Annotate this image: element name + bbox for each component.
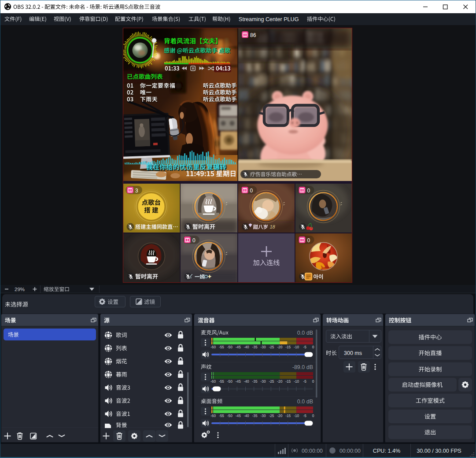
- svg-text:86: 86: [250, 32, 256, 38]
- svg-text:300 ms: 300 ms: [344, 350, 362, 356]
- svg-text:-55: -55: [219, 345, 224, 349]
- svg-text:-10: -10: [294, 379, 299, 384]
- svg-text:-89.0 dB: -89.0 dB: [292, 364, 313, 370]
- svg-text:0.0 dB: 0.0 dB: [297, 330, 313, 336]
- svg-text:-25: -25: [269, 345, 274, 349]
- svg-text:-20: -20: [277, 414, 282, 418]
- svg-text:-30: -30: [261, 345, 266, 349]
- svg-text:-20: -20: [277, 345, 282, 349]
- svg-text:-60: -60: [210, 379, 216, 384]
- svg-text:3: 3: [135, 188, 138, 194]
- svg-text:-40: -40: [244, 414, 249, 418]
- svg-text:-5: -5: [303, 414, 306, 418]
- svg-text:-50: -50: [227, 414, 232, 418]
- svg-text:-40: -40: [244, 345, 249, 349]
- svg-text:-55: -55: [219, 414, 224, 418]
- svg-text:0: 0: [307, 237, 310, 244]
- svg-text:-25: -25: [269, 379, 274, 384]
- svg-text:-60: -60: [210, 345, 216, 349]
- svg-text:-5: -5: [303, 379, 306, 384]
- svg-text:-10: -10: [294, 414, 299, 418]
- svg-text:0: 0: [250, 188, 253, 194]
- svg-text:0: 0: [312, 379, 314, 384]
- svg-text:-50: -50: [227, 345, 232, 349]
- svg-text:18: 18: [270, 224, 276, 229]
- svg-text:-60: -60: [210, 414, 216, 418]
- svg-text:0: 0: [307, 188, 310, 194]
- svg-text:-35: -35: [252, 379, 258, 384]
- svg-text:-20: -20: [277, 379, 282, 384]
- svg-text:00:00:00: 00:00:00: [339, 448, 361, 454]
- svg-text:-5: -5: [303, 345, 306, 349]
- svg-text:-35: -35: [252, 414, 258, 418]
- svg-text:-15: -15: [285, 379, 291, 384]
- svg-text:-45: -45: [236, 414, 241, 418]
- svg-text:CPU: 1.4%: CPU: 1.4%: [373, 448, 400, 454]
- svg-text:-45: -45: [236, 379, 241, 384]
- svg-text:-30: -30: [261, 379, 266, 384]
- svg-text:-50: -50: [227, 379, 232, 384]
- svg-text:0: 0: [312, 414, 314, 418]
- svg-text:00:00:00: 00:00:00: [302, 448, 323, 454]
- svg-text:-45: -45: [236, 345, 241, 349]
- svg-text:-15: -15: [285, 345, 291, 349]
- svg-text:-30: -30: [261, 414, 266, 418]
- svg-text:-35: -35: [252, 345, 258, 349]
- svg-text:29%: 29%: [15, 287, 25, 292]
- svg-text:Streaming Center PLUG: Streaming Center PLUG: [239, 16, 299, 22]
- svg-text:0: 0: [192, 237, 196, 244]
- svg-text:30.00 / 30.00 FPS: 30.00 / 30.00 FPS: [417, 448, 461, 454]
- svg-text:-25: -25: [269, 414, 274, 418]
- svg-text:0.0 dB: 0.0 dB: [297, 399, 313, 405]
- svg-text:-15: -15: [285, 414, 291, 418]
- svg-text:-40: -40: [244, 379, 249, 384]
- svg-text:-10: -10: [294, 345, 299, 349]
- svg-text:-55: -55: [219, 379, 224, 384]
- svg-text:0: 0: [312, 345, 314, 349]
